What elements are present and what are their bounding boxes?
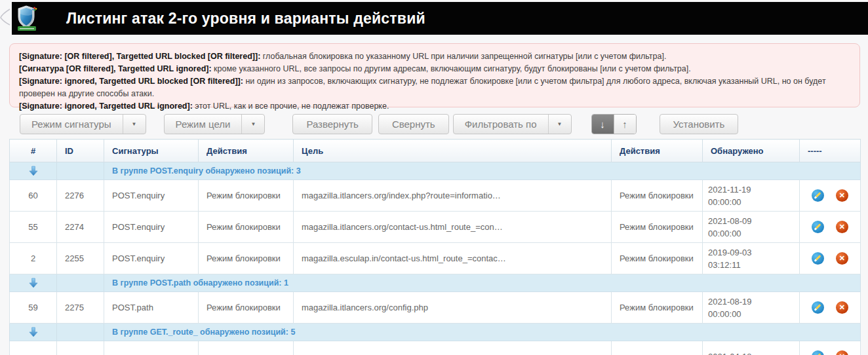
signature-cell: POST.enquiry (104, 180, 199, 212)
action2-cell: Режим блокировки (612, 292, 703, 324)
row-number-cell: 55 (10, 212, 57, 243)
group-label: В группе POST.path обнаружено позиций: 1 (104, 274, 861, 292)
row-number-cell: 59 (10, 292, 57, 324)
row-actions-cell: ✕ (800, 212, 861, 243)
page-title: Листинг атак 2-го уровня и варианты дейс… (66, 10, 425, 28)
table-row[interactable]: 2 2255 POST.enquiry Режим блокировки mag… (10, 243, 861, 274)
signature-cell: POST.enquiry (104, 243, 199, 274)
sort-descending-button[interactable]: ↓ (592, 115, 614, 134)
column-header-signature: Сигнатуры (104, 140, 199, 162)
chevron-down-icon: ▼ (557, 122, 562, 127)
sort-ascending-button[interactable]: ↑ (614, 115, 636, 134)
edit-pencil-icon[interactable] (812, 252, 824, 265)
target-url-cell: magazilla.itlancers.org/config.php (294, 292, 612, 324)
group-label: В группе GET._route_ обнаружено позиций:… (104, 324, 861, 341)
filter-by-button[interactable]: Фильтровать по ▼ (453, 114, 572, 134)
delete-x-icon[interactable]: ✕ (836, 189, 848, 202)
toolbar: Режим сигнатуры ▼ Режим цели ▼ Развернут… (20, 114, 738, 134)
action-cell (199, 341, 294, 355)
target-url-cell: magazilla.itlancers.org/index.php?route=… (294, 180, 612, 212)
edge-artifact (0, 8, 10, 26)
chevron-down-icon: ▼ (132, 122, 137, 127)
info-line-desc: глобальная блокировка по указанному URL … (260, 52, 666, 61)
arrow-up-icon: ↑ (622, 119, 627, 130)
table-row[interactable]: 55 2274 POST.enquiry Режим блокировки ma… (10, 212, 861, 243)
signature-cell (104, 341, 199, 355)
edit-pencil-icon[interactable] (812, 301, 824, 314)
target-mode-dropdown[interactable]: ▼ (241, 115, 264, 134)
target-url-cell (294, 341, 612, 355)
id-cell: 2274 (57, 212, 104, 243)
id-cell (57, 341, 104, 355)
detected-cell: 2021-11-19 00:00:00 (703, 180, 800, 212)
collapse-group-arrow-icon[interactable] (29, 278, 38, 288)
delete-x-icon[interactable]: ✕ (836, 301, 848, 314)
id-cell: 2276 (57, 180, 104, 212)
detected-cell: 2021-08-09 00:00:00 (703, 212, 800, 243)
edit-pencil-icon[interactable] (812, 189, 824, 202)
column-header-target: Цель (294, 140, 612, 162)
signature-mode-dropdown[interactable]: ▼ (123, 115, 146, 134)
signature-mode-button[interactable]: Режим сигнатуры ▼ (20, 114, 146, 134)
info-line: [Сигнатура [OR filtered], Targetted URL … (19, 63, 850, 75)
group-label: В группе POST.enquiry обнаружено позиций… (104, 162, 861, 180)
edit-pencil-icon[interactable] (812, 221, 824, 233)
info-line: [Signature: ignored, Targetted URL block… (19, 75, 850, 100)
expand-button[interactable]: Развернуть (292, 114, 372, 134)
filter-by-dropdown[interactable]: ▼ (548, 115, 571, 134)
signature-mode-label: Режим сигнатуры (20, 115, 123, 134)
info-line-term: [Signature: [OR filtered], Targetted URL… (19, 52, 260, 61)
group-arrow-cell (10, 324, 57, 341)
detected-date: 2021-08-19 (708, 295, 799, 308)
table-row[interactable]: 59 2275 POST.path Режим блокировки magaz… (10, 292, 861, 324)
attacks-table-wrap: # ID Сигнатуры Действия Цель Действия Об… (9, 139, 860, 355)
target-mode-button[interactable]: Режим цели ▼ (164, 114, 266, 134)
action2-cell (612, 341, 703, 355)
row-actions-cell: ✕ (800, 341, 861, 355)
info-line: [Signature: ignored, Targetted URL ignor… (19, 100, 850, 113)
action-cell: Режим блокировки (199, 243, 294, 274)
row-actions-cell: ✕ (800, 292, 861, 324)
row-actions-cell: ✕ (800, 243, 861, 274)
delete-x-icon[interactable]: ✕ (836, 221, 848, 233)
attacks-table-body: В группе POST.enquiry обнаружено позиций… (10, 162, 861, 355)
collapse-group-arrow-icon[interactable] (29, 166, 38, 176)
column-header-detected: Обнаружено (703, 140, 800, 162)
chevron-down-icon: ▼ (250, 122, 256, 127)
page: Листинг атак 2-го уровня и варианты дейс… (0, 0, 868, 355)
action-cell: Режим блокировки (199, 292, 294, 324)
column-header-id: ID (57, 140, 104, 162)
collapse-group-arrow-icon[interactable] (29, 327, 38, 337)
table-row[interactable]: 60 2276 POST.enquiry Режим блокировки ma… (10, 180, 861, 212)
legend-info-box: [Signature: [OR filtered], Targetted URL… (9, 43, 860, 107)
apply-button[interactable]: Установить (660, 114, 739, 134)
edit-pencil-icon[interactable] (812, 350, 824, 355)
group-row: В группе POST.enquiry обнаружено позиций… (10, 162, 861, 180)
signature-cell: POST.enquiry (104, 212, 199, 243)
group-row: В группе GET._route_ обнаружено позиций:… (10, 324, 861, 341)
delete-x-icon[interactable]: ✕ (836, 350, 848, 355)
row-number-cell: 60 (10, 180, 57, 212)
delete-x-icon[interactable]: ✕ (836, 252, 848, 265)
group-empty-cell (57, 274, 104, 292)
group-arrow-cell (10, 274, 57, 292)
column-header-num: # (10, 140, 57, 162)
action-cell: Режим блокировки (199, 212, 294, 243)
info-line-term: [Signature: ignored, Targetted URL block… (19, 77, 243, 86)
row-number-cell (10, 341, 57, 355)
group-arrow-cell (10, 162, 57, 180)
signature-cell: POST.path (104, 292, 199, 324)
id-cell: 2255 (57, 243, 104, 274)
detected-cell: 2019-09-03 03:12:11 (703, 243, 800, 274)
table-row[interactable]: 2021-04-18 ✕ (10, 341, 861, 355)
detected-cell: 2021-04-18 (703, 341, 800, 355)
sort-direction-group: ↓ ↑ (591, 114, 637, 134)
collapse-button[interactable]: Свернуть (378, 114, 449, 134)
info-line: [Signature: [OR filtered], Targetted URL… (19, 50, 850, 63)
detected-time: 00:00:00 (708, 196, 799, 208)
group-row: В группе POST.path обнаружено позиций: 1 (10, 274, 861, 292)
id-cell: 2275 (57, 292, 104, 324)
target-mode-label: Режим цели (165, 115, 242, 134)
target-url-cell: magazilla.itlancers.org/contact-us.html_… (294, 212, 612, 243)
detected-date: 2019-09-03 (708, 246, 799, 259)
